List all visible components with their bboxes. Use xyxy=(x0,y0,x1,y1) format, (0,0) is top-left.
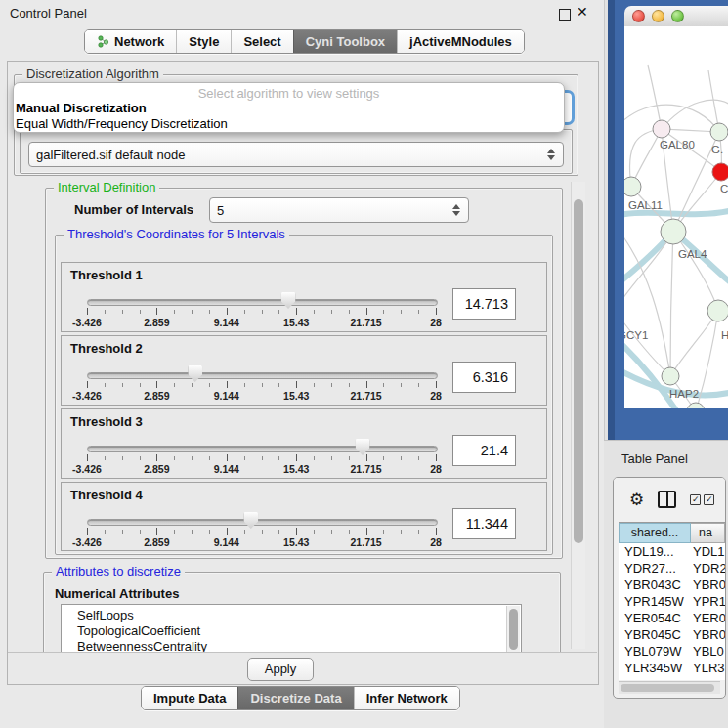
checkbox-icon[interactable]: ✓ xyxy=(704,494,714,505)
cell-name: YER0 xyxy=(693,610,725,626)
column-header-name[interactable]: na xyxy=(691,523,725,543)
threshold-2-label: Threshold 2 xyxy=(70,341,143,356)
slider-tick-labels: -3.4262.8599.14415.4321.71528 xyxy=(87,390,436,402)
cell-name: YDL1 xyxy=(693,543,725,560)
list-item[interactable]: TopologicalCoefficient xyxy=(62,623,521,639)
thresholds-group-title: Threshold's Coordinates for 5 Intervals xyxy=(64,227,289,241)
slider-thumb[interactable] xyxy=(243,512,258,529)
network-node[interactable] xyxy=(662,367,679,385)
network-node[interactable] xyxy=(707,300,728,321)
network-canvas[interactable]: GAL80G.CGAL11GAL4GCY1HHAP2 xyxy=(624,26,728,408)
tick-label: 15.43 xyxy=(283,536,309,548)
threshold-1-value-field[interactable]: 14.713 xyxy=(452,288,516,320)
network-window-titlebar[interactable] xyxy=(624,6,728,27)
close-icon[interactable]: ✕ xyxy=(577,4,588,20)
gear-icon[interactable]: ⚙ xyxy=(629,492,644,508)
threshold-2-slider[interactable]: -3.4262.8599.14415.4321.71528 xyxy=(87,368,436,402)
table-data-combobox[interactable]: galFiltered.sif default node xyxy=(28,142,564,167)
threshold-1-label: Threshold 1 xyxy=(70,268,143,282)
table-h-scrollbar[interactable] xyxy=(619,681,720,694)
tab-impute-data[interactable]: Impute Data xyxy=(142,687,237,709)
tick-label: 28 xyxy=(430,463,442,475)
table-row[interactable]: YER054CYER0 xyxy=(619,610,725,626)
apply-bar: Apply xyxy=(8,652,597,684)
network-node[interactable] xyxy=(710,123,728,141)
table-row[interactable]: YBL079WYBL0 xyxy=(619,643,725,660)
slider-thumb[interactable] xyxy=(188,365,202,382)
tab-select[interactable]: Select xyxy=(231,30,292,53)
cell-shared-name: YLR345W xyxy=(619,660,693,676)
threshold-3-value-field[interactable]: 21.4 xyxy=(452,435,516,466)
tick-label: 2.859 xyxy=(144,463,169,475)
tick-label: -3.426 xyxy=(72,317,102,328)
dropdown-option-equal-width[interactable]: Equal Width/Frequency Discretization xyxy=(14,116,564,132)
list-scrollbar-thumb[interactable] xyxy=(509,609,518,650)
threshold-2-value-field[interactable]: 6.316 xyxy=(452,362,516,393)
float-window-icon[interactable] xyxy=(559,9,571,21)
network-node[interactable] xyxy=(624,177,641,196)
tab-cyni-toolbox[interactable]: Cyni Toolbox xyxy=(293,30,397,53)
dropdown-option-manual[interactable]: Manual Discretization xyxy=(14,101,564,116)
table-row[interactable]: YDL19...YDL1 xyxy=(619,543,725,560)
tab-discretize-data[interactable]: Discretize Data xyxy=(237,687,353,709)
control-panel-tabs: Network Style Select Cyni Toolbox jActiv… xyxy=(84,29,525,54)
slider-tick-labels: -3.4262.8599.14415.4321.71528 xyxy=(87,536,436,548)
network-node[interactable] xyxy=(712,163,728,181)
tab-style[interactable]: Style xyxy=(176,30,231,53)
settings-scrollbar[interactable] xyxy=(571,182,585,649)
control-panel: Control Panel ✕ Network Style Select Cyn… xyxy=(0,0,605,728)
close-traffic-light-icon[interactable] xyxy=(632,10,645,22)
slider-track[interactable] xyxy=(87,446,438,452)
slider-track[interactable] xyxy=(87,372,438,379)
settings-scrollbar-thumb[interactable] xyxy=(574,199,583,543)
num-intervals-combobox[interactable]: 5 xyxy=(209,197,469,223)
threshold-4-slider[interactable]: -3.4262.8599.14415.4321.71528 xyxy=(87,515,436,548)
checkbox-icon[interactable]: ✓ xyxy=(690,494,701,505)
table-row[interactable]: YPR145WYPR1 xyxy=(619,593,725,610)
tick-label: 2.859 xyxy=(144,536,169,548)
node-label: GAL4 xyxy=(678,248,707,260)
network-node[interactable] xyxy=(661,219,686,244)
slider-ticks xyxy=(87,528,436,536)
zoom-traffic-light-icon[interactable] xyxy=(671,10,684,22)
network-node[interactable] xyxy=(653,120,670,138)
dropdown-prompt-option[interactable]: Select algorithm to view settings xyxy=(14,86,564,101)
minimize-traffic-light-icon[interactable] xyxy=(652,10,664,22)
node-label: C xyxy=(720,183,728,194)
table-row[interactable]: YIL052CYIL0 xyxy=(619,676,725,680)
tick-label: 15.43 xyxy=(283,390,309,402)
threshold-4-box: Threshold 4 -3.4262.8599.14415.4321.7152… xyxy=(61,482,547,551)
stepper-icon xyxy=(452,204,461,216)
tab-jactivemnodules[interactable]: jActiveMNodules xyxy=(397,30,524,53)
slider-track[interactable] xyxy=(87,519,438,526)
columns-icon[interactable] xyxy=(658,491,676,508)
cell-name: YBR0 xyxy=(693,577,725,593)
threshold-3-label: Threshold 3 xyxy=(70,414,143,429)
tab-network-label: Network xyxy=(114,34,164,49)
table-row[interactable]: YDR27...YDR2 xyxy=(619,560,725,577)
attributes-group-title: Attributes to discretize xyxy=(52,564,185,578)
tab-network[interactable]: Network xyxy=(85,30,176,53)
tick-label: 28 xyxy=(430,317,442,328)
table-h-scrollbar-thumb[interactable] xyxy=(621,684,714,692)
cell-shared-name: YBR045C xyxy=(619,626,693,643)
tick-label: 2.859 xyxy=(144,317,169,328)
slider-tick-labels: -3.4262.8599.14415.4321.71528 xyxy=(87,317,436,328)
table-row[interactable]: YLR345WYLR3 xyxy=(619,660,725,676)
table-row[interactable]: YBR045CYBR0 xyxy=(619,626,725,643)
tick-label: 9.144 xyxy=(214,536,239,548)
table-row[interactable]: YBR043CYBR0 xyxy=(619,577,725,593)
tick-label: 21.715 xyxy=(351,390,382,402)
tab-infer-network[interactable]: Infer Network xyxy=(354,687,459,709)
slider-track[interactable] xyxy=(87,299,438,306)
tick-label: -3.426 xyxy=(72,463,102,475)
threshold-1-slider[interactable]: -3.4262.8599.14415.4321.71528 xyxy=(87,295,436,328)
list-item[interactable]: SelfLoops xyxy=(62,605,521,623)
apply-button[interactable]: Apply xyxy=(247,658,314,681)
slider-thumb[interactable] xyxy=(356,439,370,455)
threshold-4-value-field[interactable]: 11.344 xyxy=(452,508,516,539)
cell-name: YPR1 xyxy=(693,593,725,610)
column-header-shared-name[interactable]: shared... xyxy=(619,523,691,543)
threshold-3-slider[interactable]: -3.4262.8599.14415.4321.71528 xyxy=(87,442,436,475)
slider-thumb[interactable] xyxy=(281,292,296,309)
